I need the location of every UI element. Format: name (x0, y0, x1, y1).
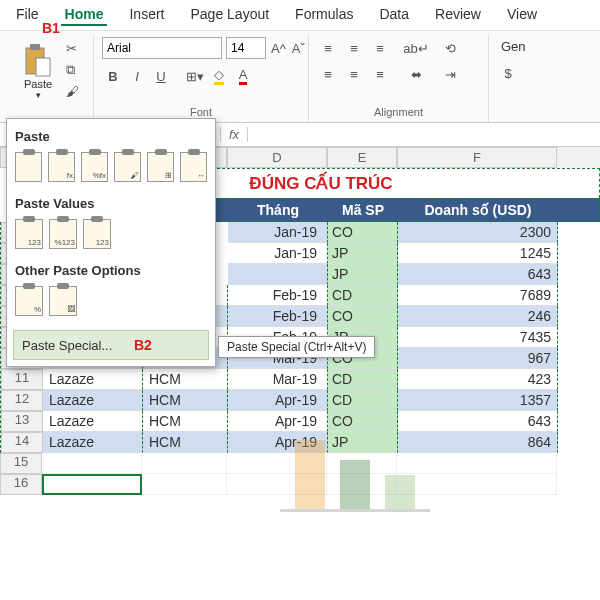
paste-formulas-numfmt-icon[interactable]: %fx (81, 152, 108, 182)
empty-row[interactable]: 16 (0, 474, 600, 495)
indent-button[interactable]: ⇥ (439, 63, 461, 85)
table-row[interactable]: 12LazazeHCMApr-19CD1357 (1, 390, 600, 411)
tab-file[interactable]: File (12, 4, 43, 26)
tab-pagelayout[interactable]: Page Layout (186, 4, 273, 26)
paste-picture-icon[interactable]: 🖼 (49, 286, 77, 316)
font-group: A^ Aˇ B I U ⊞▾ ◇ A Font (94, 35, 309, 122)
paste-button[interactable]: Paste ▾ (16, 37, 60, 107)
fill-color-button[interactable]: ◇ (208, 65, 230, 87)
border-button[interactable]: ⊞▾ (184, 65, 206, 87)
annotation-b2: B2 (134, 337, 152, 353)
clipboard-group: Paste ▾ ✂ ⧉ 🖌 (8, 35, 94, 122)
fx-icon[interactable]: fx (220, 127, 248, 142)
paste-values-numfmt-icon[interactable]: %123 (49, 219, 77, 249)
col-d[interactable]: D (227, 147, 327, 168)
merge-button[interactable]: ⬌ (401, 63, 431, 85)
paste-column-width-icon[interactable]: ↔ (180, 152, 207, 182)
underline-button[interactable]: U (150, 65, 172, 87)
number-group: Gen $ (489, 35, 538, 122)
wrap-text-button[interactable]: ab↵ (401, 37, 431, 59)
align-bottom-icon[interactable]: ≡ (369, 37, 391, 59)
currency-button[interactable]: $ (497, 62, 519, 84)
font-color-button[interactable]: A (232, 65, 254, 87)
tab-formulas[interactable]: Formulas (291, 4, 357, 26)
cut-icon[interactable]: ✂ (66, 41, 79, 56)
svg-rect-2 (36, 58, 50, 76)
decrease-font-icon[interactable]: Aˇ (291, 37, 306, 59)
align-left-icon[interactable]: ≡ (317, 63, 339, 85)
paste-values-icon[interactable]: 123 (15, 219, 43, 249)
align-center-icon[interactable]: ≡ (343, 63, 365, 85)
menu-bar: File Home Insert Page Layout Formulas Da… (0, 0, 600, 31)
paste-formatting-icon[interactable]: % (15, 286, 43, 316)
align-top-icon[interactable]: ≡ (317, 37, 339, 59)
font-size-select[interactable] (226, 37, 266, 59)
align-right-icon[interactable]: ≡ (369, 63, 391, 85)
format-painter-icon[interactable]: 🖌 (66, 84, 79, 99)
table-row[interactable]: 13LazazeHCMApr-19CO643 (1, 411, 600, 432)
empty-row[interactable]: 15 (0, 453, 600, 474)
paste-special-tooltip: Paste Special (Ctrl+Alt+V) (218, 336, 375, 358)
paste-formulas-icon[interactable]: fx (48, 152, 75, 182)
paste-no-borders-icon[interactable]: ⊞ (147, 152, 174, 182)
tab-data[interactable]: Data (375, 4, 413, 26)
tab-home[interactable]: Home (61, 4, 108, 26)
paste-all-icon[interactable] (15, 152, 42, 182)
col-f[interactable]: F (397, 147, 557, 168)
tab-view[interactable]: View (503, 4, 541, 26)
increase-font-icon[interactable]: A^ (270, 37, 287, 59)
paste-special-item[interactable]: Paste Special... B2 (13, 330, 209, 360)
font-name-select[interactable] (102, 37, 222, 59)
col-e[interactable]: E (327, 147, 397, 168)
table-row[interactable]: 11LazazeHCMMar-19CD423 (1, 369, 600, 390)
table-row[interactable]: 14LazazeHCMApr-19JP864 (1, 432, 600, 453)
bold-button[interactable]: B (102, 65, 124, 87)
italic-button[interactable]: I (126, 65, 148, 87)
paste-keep-source-icon[interactable]: 🖌 (114, 152, 141, 182)
paste-dropdown-menu: Paste fx %fx 🖌 ⊞ ↔ Paste Values 123 %123… (6, 118, 216, 367)
align-middle-icon[interactable]: ≡ (343, 37, 365, 59)
annotation-b1: B1 (42, 20, 60, 36)
ribbon: Paste ▾ ✂ ⧉ 🖌 A^ Aˇ B I U ⊞▾ ◇ A Font (0, 31, 600, 123)
tab-review[interactable]: Review (431, 4, 485, 26)
alignment-group: ≡ ≡ ≡ ≡ ≡ ≡ ab↵ ⬌ ⟲ ⇥ Alignment (309, 35, 489, 122)
svg-rect-1 (30, 44, 40, 50)
copy-icon[interactable]: ⧉ (66, 62, 79, 78)
formula-input[interactable] (248, 127, 600, 142)
tab-insert[interactable]: Insert (125, 4, 168, 26)
paste-values-source-icon[interactable]: 123 (83, 219, 111, 249)
orientation-button[interactable]: ⟲ (439, 37, 461, 59)
